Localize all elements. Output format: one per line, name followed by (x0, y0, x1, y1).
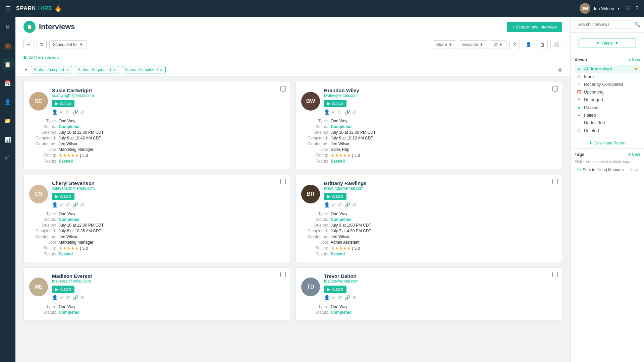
card-checkbox[interactable] (552, 272, 558, 277)
block-action-icon[interactable]: ⊘ (352, 295, 356, 300)
check-action-icon[interactable]: ✔ (332, 109, 336, 115)
link-action-icon[interactable]: 🔗 (344, 109, 350, 115)
evaluate-dropdown[interactable]: Evaluate ▼ (459, 40, 487, 49)
sidebar-view-item-all-interviews[interactable]: ● All Interviews ★ (575, 65, 640, 73)
hamburger-menu[interactable]: ☰ (5, 5, 11, 12)
check-action-icon[interactable]: ✔ (60, 109, 64, 115)
share-action-icon[interactable]: 👤 (52, 109, 58, 115)
share-action-icon[interactable]: 👤 (52, 202, 58, 207)
sidebar-icon-monitor[interactable]: 🖥 (2, 21, 14, 33)
new-tag-link[interactable]: + New (628, 152, 640, 157)
sidebar-view-item-passed[interactable]: ● Passed (575, 104, 640, 111)
share-action-icon[interactable]: 👤 (324, 109, 330, 115)
candidate-email: bwiley@email.com (324, 93, 359, 98)
filter-clear-all-icon[interactable]: ⊗ (558, 67, 562, 73)
share-action-icon[interactable]: 👤 (324, 295, 330, 300)
watch-button[interactable]: ▶ Watch (324, 100, 346, 107)
sidebar-icon-briefcase[interactable]: 💼 (2, 40, 14, 52)
help-icon[interactable]: ? (636, 5, 639, 11)
filter-completed-remove-icon[interactable]: ✕ (160, 68, 163, 72)
filter-requested-remove-icon[interactable]: ✕ (113, 68, 116, 72)
sidebar-icon-chart[interactable]: 📊 (2, 133, 14, 145)
card-checkbox[interactable] (280, 179, 286, 184)
share-action-icon[interactable]: 👤 (324, 202, 330, 207)
sidebar-view-item-recently-completed[interactable]: ✔ Recently Completed (575, 80, 640, 88)
sidebar-view-item-undecided[interactable]: — Undecided (575, 119, 640, 127)
link-action-icon[interactable]: 🔗 (72, 202, 78, 207)
page-title-icon: 📋 (23, 21, 36, 33)
check-action-icon[interactable]: ✔ (332, 295, 336, 300)
block-action-icon[interactable]: ⊘ (80, 109, 84, 115)
tag-action-icon[interactable]: 🏷 (66, 202, 70, 207)
watch-button[interactable]: ▶ Watch (52, 286, 74, 293)
filter-tag-requested[interactable]: Status: Requested ✕ (75, 66, 119, 73)
tags-label: 🏷 (493, 42, 497, 47)
link-action-icon[interactable]: 🔗 (72, 295, 78, 300)
video-icon: ▶ (55, 194, 58, 199)
favorites-icon[interactable]: ♡ (626, 5, 630, 12)
create-interview-button[interactable]: + Create new interview (507, 22, 562, 32)
candidate-name: Cheryl Stevenson (52, 180, 95, 186)
filter-tag-completed[interactable]: Status: Completed ✕ (122, 66, 166, 73)
watch-button[interactable]: ▶ Watch (52, 193, 74, 200)
tag-action-icon[interactable]: 🏷 (338, 202, 342, 207)
avatar-initials: BW (306, 98, 315, 104)
filter-accepted-remove-icon[interactable]: ✕ (66, 68, 69, 72)
sidebar-view-item-inbox[interactable]: ✉ Inbox (575, 73, 640, 80)
sidebar-view-item-deleted[interactable]: 🗑 Deleted (575, 127, 640, 134)
tags-dropdown[interactable]: 🏷 ▼ (490, 40, 506, 49)
tag-item[interactable]: 🏷 Sent to Hiring Manager ✎ ⊗ (575, 166, 640, 174)
filters-button[interactable]: ▼ Filters ▼ (579, 39, 636, 48)
tag-edit-icon[interactable]: ✎ (630, 168, 633, 172)
candidate-email: scartwright@email.com (52, 93, 94, 98)
rating-label: Rating: (29, 246, 56, 251)
sidebar-view-item-untagged[interactable]: ⚑ Untagged (575, 96, 640, 104)
check-action-icon[interactable]: ✔ (332, 202, 336, 207)
scheduled-for-dropdown[interactable]: Scheduled for ▼ (49, 40, 87, 49)
watch-button[interactable]: ▶ Watch (52, 100, 74, 107)
new-view-link[interactable]: + New (628, 58, 640, 62)
tag-action-icon[interactable]: 🏷 (338, 109, 342, 115)
sidebar-icon-calendar[interactable]: 📅 (2, 77, 14, 89)
sidebar-view-item-failed[interactable]: ● Failed (575, 111, 640, 119)
sort-button[interactable]: ⇅ (37, 40, 47, 49)
result-value: Passed (331, 159, 556, 164)
person-button[interactable]: 👤 (523, 40, 534, 49)
card-checkbox[interactable] (552, 86, 558, 92)
card-checkbox[interactable] (280, 272, 286, 277)
watch-button[interactable]: ▶ Watch (324, 193, 346, 200)
expand-button[interactable]: ⬜ (550, 40, 562, 49)
link-action-icon[interactable]: 🔗 (344, 295, 350, 300)
delete-button[interactable]: 🗑 (537, 40, 548, 49)
block-action-icon[interactable]: ⊘ (80, 202, 84, 207)
link-action-icon[interactable]: 🔗 (344, 202, 350, 207)
filter-tag-accepted[interactable]: Status: Accepted ✕ (31, 66, 72, 73)
block-action-icon[interactable]: ⊘ (352, 109, 356, 115)
search-input[interactable] (575, 20, 632, 29)
search-icon[interactable]: 🔍 (634, 22, 640, 27)
clock-button[interactable]: ⏱ (509, 40, 520, 49)
link-action-icon[interactable]: 🔗 (72, 109, 78, 115)
sidebar-icon-folder[interactable]: 📁 (2, 115, 14, 127)
list-view-button[interactable]: ☰ (23, 40, 34, 49)
sidebar-icon-interviews[interactable]: 📋 (2, 58, 14, 70)
check-action-icon[interactable]: ✔ (60, 295, 64, 300)
card-checkbox[interactable] (552, 179, 558, 184)
share-action-icon[interactable]: 👤 (52, 295, 58, 300)
sidebar-icon-tag[interactable]: 🏷 (2, 152, 14, 164)
avatar-initials: BR (307, 191, 314, 197)
tag-delete-icon[interactable]: ⊗ (635, 168, 638, 172)
user-menu[interactable]: JW Jen Wilson ▼ (580, 3, 620, 14)
share-dropdown[interactable]: Share ▼ (433, 40, 456, 49)
watch-button[interactable]: ▶ Watch (324, 286, 346, 293)
tag-action-icon[interactable]: 🏷 (66, 109, 70, 115)
tag-action-icon[interactable]: 🏷 (66, 295, 70, 300)
block-action-icon[interactable]: ⊘ (352, 202, 356, 207)
check-action-icon[interactable]: ✔ (60, 202, 64, 207)
card-checkbox[interactable] (280, 86, 286, 92)
sidebar-view-item-upcoming[interactable]: ⏰ Upcoming (575, 88, 640, 96)
block-action-icon[interactable]: ⊘ (80, 295, 84, 300)
download-report-btn[interactable]: ⬇ Download Report (571, 138, 644, 148)
tag-action-icon[interactable]: 🏷 (338, 295, 342, 300)
sidebar-icon-people[interactable]: 👤 (2, 96, 14, 108)
